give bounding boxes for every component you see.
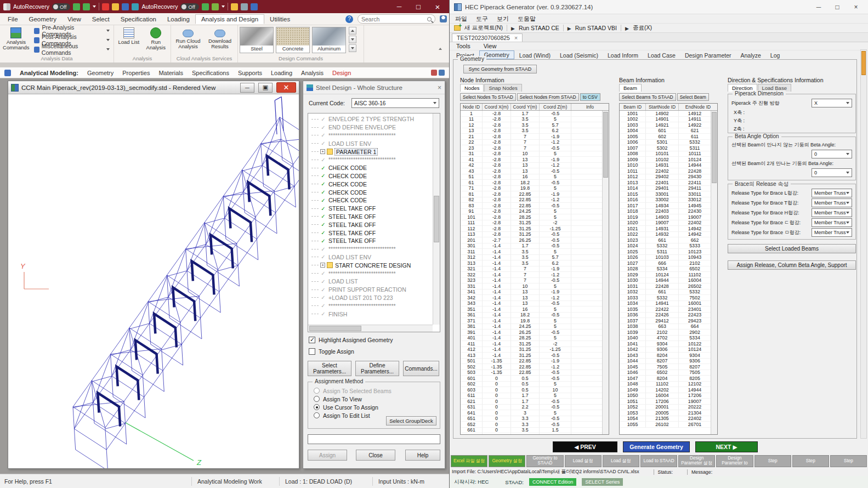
node-row[interactable]: 412 -1.4 31.25 -1.25: [461, 347, 602, 353]
beam-row[interactable]: 1028 5334 6502: [620, 266, 711, 273]
beam-row[interactable]: 1005 602 611: [620, 134, 711, 140]
beam-row[interactable]: 1024 5332 5333: [620, 243, 711, 249]
beam-row[interactable]: 1006 5301 5332: [620, 140, 711, 146]
user-account-icon[interactable]: [440, 15, 447, 22]
exit-button[interactable]: 종료(X): [633, 24, 652, 32]
run-staad-vbi-button[interactable]: Run STAAD VBI: [575, 25, 617, 31]
brace-release-select[interactable]: Member Truss: [812, 228, 852, 237]
beam-row[interactable]: 1048 11102 12102: [620, 382, 711, 388]
beam-row[interactable]: 1050 16004 17206: [620, 393, 711, 399]
analysis-commands-button[interactable]: Analysis Commands: [2, 26, 31, 52]
redo-icon[interactable]: [83, 3, 90, 10]
design-gallery-item[interactable]: Aluminum: [312, 27, 346, 53]
node-row[interactable]: 631 0 2.2 -0.5: [461, 405, 602, 411]
menu-item[interactable]: 도움말: [518, 15, 536, 23]
tree-item[interactable]: STEEL TAKE OFF: [310, 220, 431, 229]
beam-row[interactable]: 1019 14903 19007: [620, 214, 711, 220]
beam-row[interactable]: 1022 14932 14942: [620, 232, 711, 238]
run-cloud-analysis-button[interactable]: Run Cloud Analysis: [173, 26, 203, 50]
step-button[interactable]: Load 설정: [565, 455, 602, 467]
refresh-icon[interactable]: [202, 3, 209, 10]
beam-row[interactable]: 1001 14902 14912: [620, 111, 711, 117]
steel-design-titlebar[interactable]: Steel Design - Whole Structure ×: [303, 81, 445, 94]
beam-row[interactable]: 1011 22402 22428: [620, 168, 711, 174]
beam-action-button[interactable]: Select Beam: [677, 93, 709, 101]
node-row[interactable]: 21 -2.8 7 -1.9: [461, 134, 602, 140]
print-icon[interactable]: [132, 3, 139, 10]
node-row[interactable]: 661 0 3.5 1.5: [461, 428, 602, 434]
node-row[interactable]: 371 -1.4 19.8 5: [461, 318, 602, 324]
menu-item[interactable]: 도구: [476, 15, 488, 23]
save-icon[interactable]: [122, 3, 129, 10]
node-row[interactable]: 322 -1.4 7 -1.2: [461, 272, 602, 278]
column-header[interactable]: Coord X(m): [483, 104, 511, 110]
beam-row[interactable]: 1052 20001 20222: [620, 405, 711, 411]
beam-row[interactable]: 1020 19007 22402: [620, 220, 711, 226]
assign-release-button[interactable]: Assign Release, Column Beta Angle, Suppo…: [728, 260, 856, 270]
tree-item[interactable]: END DEFINE ENVELOPE: [310, 123, 431, 132]
node-row[interactable]: 621 0 1.7 -0.5: [461, 399, 602, 405]
define-parameters-button[interactable]: Define Parameters...: [355, 361, 399, 376]
window-cascade-icon[interactable]: [439, 70, 445, 76]
workflow-item[interactable]: Properties: [122, 70, 150, 76]
beam-row[interactable]: 1009 10102 10124: [620, 157, 711, 163]
node-row[interactable]: 341 -1.4 13 -1.9: [461, 290, 602, 296]
beam-row[interactable]: 1054 21305 22402: [620, 416, 711, 422]
beam-row[interactable]: 1008 10101 10111: [620, 151, 711, 157]
radio-icon[interactable]: [314, 396, 320, 402]
brace-release-select[interactable]: Member Truss: [812, 208, 852, 217]
beam-row[interactable]: 1053 20005 21304: [620, 410, 711, 416]
tree-item[interactable]: CHECK CODE: [310, 164, 431, 172]
tree-item[interactable]: LOAD LIST: [310, 277, 431, 286]
node-row[interactable]: 321 -1.4 7 -1.9: [461, 266, 602, 273]
workflow-item[interactable]: Design: [332, 70, 351, 76]
tree-item[interactable]: LOAD LIST ENV: [310, 253, 431, 262]
menu-tab[interactable]: Geometry: [24, 15, 63, 24]
step-button[interactable]: Step: [754, 455, 791, 467]
node-subtab[interactable]: Nodes: [460, 84, 484, 92]
close-button[interactable]: ×: [848, 2, 864, 13]
menu-tab[interactable]: Specification: [115, 15, 162, 24]
beam-row[interactable]: 1030 14944 16004: [620, 278, 711, 284]
tools-icon[interactable]: [251, 3, 258, 10]
beam-row[interactable]: 1046 6502 7505: [620, 370, 711, 376]
beam-row[interactable]: 1045 7505 8207: [620, 364, 711, 370]
beam-row[interactable]: 1027 666 2102: [620, 260, 711, 266]
tree-item[interactable]: CHECK CODE: [310, 180, 431, 188]
node-row[interactable]: 601 0 0.5 -0.5: [461, 376, 602, 382]
rendered-view-titlebar[interactable]: CCR Main Piperack_rev(2019-03-13)_secmod…: [8, 81, 299, 94]
undo-icon[interactable]: [73, 3, 80, 10]
current-code-select[interactable]: AISC 360-16: [351, 98, 439, 108]
assign-list-input[interactable]: [308, 434, 440, 444]
design-gallery-item[interactable]: Steel: [240, 27, 274, 53]
menu-tab[interactable]: Analysis and Design: [195, 14, 264, 24]
node-row[interactable]: 42 -2.8 13 -1.2: [461, 163, 602, 169]
node-row[interactable]: 81 -2.8 22.85 -1.9: [461, 191, 602, 197]
beam-row[interactable]: 1039 2102 2902: [620, 330, 711, 336]
node-row[interactable]: 603 0 0.5 10: [461, 387, 602, 393]
beam-row[interactable]: 1051 17206 19007: [620, 399, 711, 405]
generate-geometry-button[interactable]: Generate Geometry: [623, 441, 690, 452]
beam-row[interactable]: 1026 10103 10943: [620, 255, 711, 261]
step-button[interactable]: Geometry to STAAD: [526, 455, 563, 467]
node-row[interactable]: 323 -1.4 7 -0.5: [461, 278, 602, 284]
node-row[interactable]: 101 -2.8 28.25 5: [461, 214, 602, 220]
ribbon-dropdown-button[interactable]: Miscellaneous Commands: [32, 45, 112, 54]
highlight-assigned-row[interactable]: Highlight Assigned Geometry: [309, 337, 393, 343]
panel-close-icon[interactable]: ×: [438, 84, 441, 92]
beam-row[interactable]: 1047 8204 8205: [620, 376, 711, 382]
menu-tab[interactable]: Utilities: [264, 15, 296, 24]
gallery-down-icon[interactable]: [349, 36, 356, 43]
node-row[interactable]: 13 -2.8 3.5 6.2: [461, 128, 602, 134]
column-header[interactable]: Beam ID: [620, 104, 646, 110]
beam-row[interactable]: 1014 29401 29411: [620, 186, 711, 192]
column-header[interactable]: Coord Y(m): [511, 104, 540, 110]
beam-row[interactable]: 1040 4702 5334: [620, 336, 711, 342]
main-direction-select[interactable]: X: [812, 99, 852, 107]
view-maximize-button[interactable]: ▣: [258, 83, 273, 93]
hec-tab[interactable]: Load Inform: [603, 52, 643, 59]
tree-item[interactable]: STEEL TAKE OFF: [310, 237, 431, 245]
prev-button[interactable]: ◀ PREV: [553, 441, 617, 452]
node-row[interactable]: 82 -2.8 22.85 -1.2: [461, 197, 602, 203]
assign-button[interactable]: Assign: [308, 450, 347, 461]
